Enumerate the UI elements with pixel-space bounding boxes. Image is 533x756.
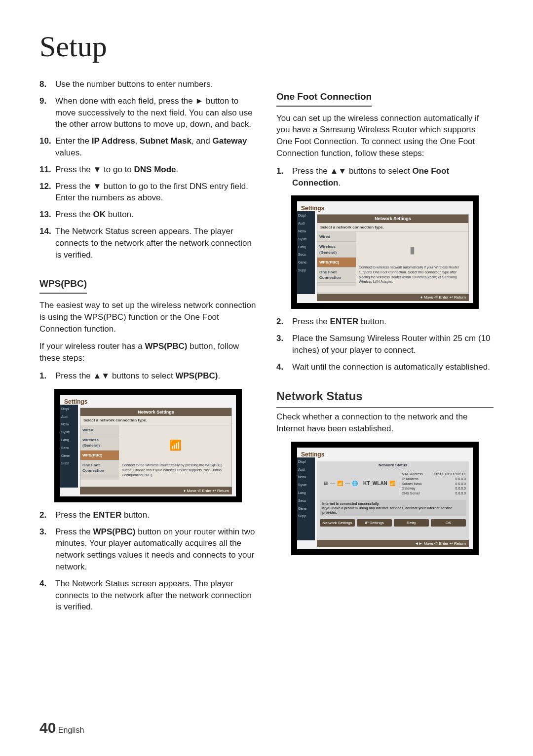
tv3-btn-ok: OK — [431, 519, 466, 527]
wps-steps-after: 2.Press the ENTER button. 3.Press the WP… — [39, 509, 257, 613]
left-column: 8.Use the number buttons to enter number… — [39, 78, 257, 618]
page-lang: English — [58, 726, 84, 734]
onefoot-step-1: 1.Press the ▲▼ buttons to select One Foo… — [276, 165, 494, 189]
tv1-footer-hints: ♦ Move ⏎ Enter ↩ Return — [80, 487, 232, 494]
tv1-opt-wireless: Wireless (General) — [80, 435, 119, 451]
router-icon: 📶 — [337, 480, 343, 487]
tv3-btn-retry: Retry — [394, 519, 429, 527]
tv2-dialog: Network Settings Select a network connec… — [317, 214, 469, 293]
signal-icon: 📶 — [389, 480, 395, 487]
tv1-dialog: Network Settings Select a network connec… — [80, 408, 232, 487]
tv2-heading: Settings — [301, 204, 469, 213]
tv1-heading: Settings — [64, 398, 232, 406]
router-icon: ▮ — [359, 234, 465, 265]
tv1-option-list: Wired Wireless (General) WPS(PBC) One Fo… — [80, 425, 119, 480]
tv2-sidebar: Displ Audi Netw Syste Lang Secu Gene Sup… — [297, 211, 315, 294]
tv1-dialog-sub: Select a network connection type. — [80, 416, 231, 425]
tv2-footer-hints: ♦ Move ⏎ Enter ↩ Return — [317, 294, 469, 301]
tv-screenshot-wps: Settings Displ Audi Netw Syste Lang Secu… — [54, 389, 242, 502]
tv3-btn-ip-settings: IP Settings — [357, 519, 392, 527]
wps-heading: WPS(PBC) — [39, 277, 87, 294]
onefoot-heading: One Foot Connection — [276, 90, 372, 107]
tv3-body: Network Status 🖥—📶—🌐 KT_WLAN 📶 MAC Addre… — [317, 461, 469, 540]
tv3-title: Network Status — [317, 461, 469, 469]
tv1-opt-wps: WPS(PBC) — [80, 451, 119, 460]
pc-icon: 🖥 — [323, 480, 328, 487]
setup-steps-continued: 8.Use the number buttons to enter number… — [39, 78, 257, 261]
tv1-sidebar: Displ Audi Netw Syste Lang Secu Gene Sup… — [60, 405, 78, 488]
tv3-connection-diagram: 🖥—📶—🌐 KT_WLAN 📶 — [320, 472, 399, 496]
tv2-opt-wps: WPS(PBC) — [317, 258, 356, 267]
tv1-opt-wired: Wired — [80, 425, 119, 435]
tv3-buttons: Network Settings IP Settings Retry OK — [317, 517, 469, 529]
tv3-sidebar: Displ Audi Netw Syste Lang Secu Gene Sup… — [297, 457, 315, 540]
tv2-desc: ▮ Connect to wireless network automatica… — [356, 232, 468, 286]
wifi-icon: 📶 — [122, 427, 228, 463]
tv1-dialog-title: Network Settings — [80, 408, 231, 416]
onefoot-intro: You can set up the wireless connection a… — [276, 113, 494, 159]
page-title: Setup — [39, 30, 494, 64]
network-status-intro: Check whether a connection to the networ… — [276, 411, 494, 435]
tv-screenshot-onefoot: Settings Displ Audi Netw Syste Lang Secu… — [291, 195, 479, 309]
wps-step-1: 1.Press the ▲▼ buttons to select WPS(PBC… — [39, 370, 257, 382]
tv2-opt-wireless: Wireless (General) — [317, 242, 356, 257]
network-status-heading: Network Status — [276, 388, 494, 409]
globe-icon: 🌐 — [352, 480, 358, 487]
tv3-footer-hints: ◄► Move ⏎ Enter ↩ Return — [317, 540, 469, 547]
two-column-layout: 8.Use the number buttons to enter number… — [39, 78, 494, 618]
tv2-dialog-sub: Select a network connection type. — [317, 223, 468, 232]
onefoot-steps-after: 2.Press the ENTER button. 3.Place the Sa… — [276, 316, 494, 373]
tv1-opt-onefoot: One Foot Connection — [80, 460, 119, 476]
tv2-dialog-title: Network Settings — [317, 215, 468, 223]
tv-screenshot-netstatus: Settings Displ Audi Netw Syste Lang Secu… — [291, 442, 479, 555]
tv2-opt-wired: Wired — [317, 232, 356, 242]
page-number: 40 — [39, 719, 56, 736]
tv1-desc: 📶 Connect to the Wireless Router easily … — [119, 425, 231, 480]
tv2-option-list: Wired Wireless (General) WPS(PBC) One Fo… — [317, 232, 356, 286]
tv2-opt-onefoot: One Foot Connection — [317, 267, 356, 283]
right-column: One Foot Connection You can set up the w… — [276, 78, 494, 618]
manual-page: Setup 8.Use the number buttons to enter … — [0, 0, 533, 756]
tv3-kv-table: MAC AddressXX:XX:XX:XX:XX:XX IP Address0… — [402, 472, 466, 496]
page-footer: 40 English — [39, 719, 84, 736]
tv3-heading: Settings — [301, 451, 469, 459]
wps-intro-2: If your wireless router has a WPS(PBC) b… — [39, 340, 257, 364]
wps-intro-1: The easiest way to set up the wireless n… — [39, 300, 257, 335]
tv3-status-message: Internet is connected successfully. If y… — [320, 500, 466, 516]
tv3-btn-network-settings: Network Settings — [320, 519, 355, 527]
